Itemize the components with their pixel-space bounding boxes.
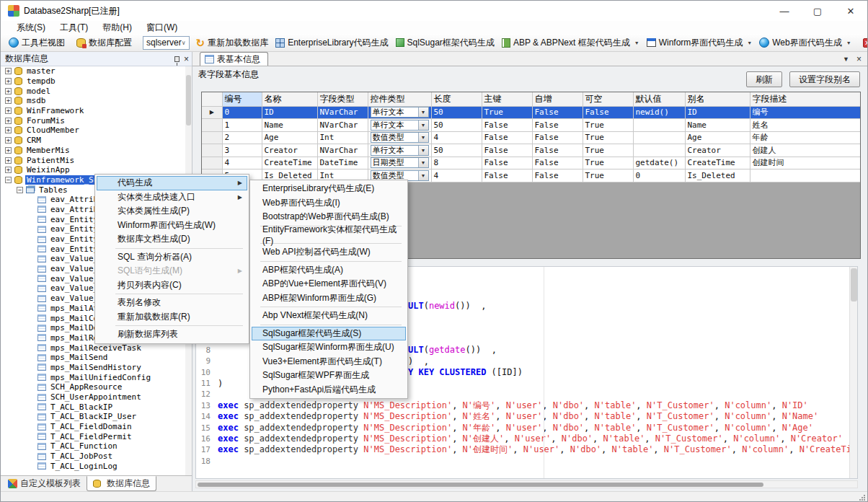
expand-toggle-icon[interactable]: + — [5, 147, 12, 154]
column-header-3[interactable]: 控件类型 — [368, 92, 431, 106]
submenu-item-10[interactable]: ABP框架Winform界面生成(G) — [252, 291, 406, 306]
grid-cell[interactable]: False — [583, 106, 633, 119]
toolbar-abp-button[interactable]: ABP & ABPNext 框架代码生成 ▼ — [498, 35, 643, 50]
tree-table-15[interactable]: mps_MailReceiveTask — [1, 343, 192, 353]
tree-table-19[interactable]: SCH_AppResource — [1, 382, 192, 392]
control-type-combo[interactable]: 单行文本▼ — [371, 120, 429, 131]
grid-cell[interactable]: False — [532, 169, 583, 182]
context-menu-item-0[interactable]: 代码生成▶ — [97, 176, 247, 190]
grid-cell[interactable]: CreateTime — [685, 157, 750, 169]
tree-db-tempdb[interactable]: +tempdb — [1, 76, 192, 87]
context-menu-item-1[interactable]: 实体类生成快速入口▶ — [97, 190, 247, 205]
grid-cell[interactable]: 单行文本▼ — [368, 144, 431, 157]
grid-cell[interactable]: 50 — [431, 106, 482, 119]
expand-toggle-icon[interactable]: − — [17, 187, 23, 193]
grid-cell[interactable] — [633, 131, 685, 144]
menubar-item-3[interactable]: 窗口(W) — [139, 22, 185, 34]
grid-cell[interactable]: CreateTime — [262, 157, 317, 169]
context-menu-item-11[interactable]: 重新加载数据库(R) — [97, 310, 247, 325]
grid-cell[interactable]: 0 — [633, 169, 685, 182]
grid-cell[interactable]: ID — [262, 106, 317, 119]
context-menu-item-10[interactable]: 表别名修改 — [97, 296, 247, 310]
grid-cell[interactable]: Age — [262, 131, 317, 144]
table-row[interactable]: 4CreateTimeDateTime日期类型▼8FalseFalseTrueg… — [202, 157, 861, 169]
grid-cell[interactable]: 50 — [431, 119, 482, 132]
grid-cell[interactable]: NVarChar — [317, 144, 368, 157]
tree-table-26[interactable]: T_ACL_JobPost — [1, 452, 192, 462]
tree-db-msdb[interactable]: +msdb — [1, 96, 192, 106]
chevron-down-icon[interactable]: ▼ — [418, 146, 428, 155]
column-header-9[interactable]: 别名 — [685, 92, 750, 106]
grid-cell[interactable]: False — [532, 119, 583, 132]
submenu-item-12[interactable]: Abp VNext框架代码生成(N) — [252, 309, 406, 323]
pin-icon[interactable] — [174, 56, 180, 62]
grid-cell[interactable]: NVarChar — [317, 119, 368, 132]
panel-tab-0[interactable]: 自定义模板列表 — [2, 476, 87, 491]
submenu-item-16[interactable]: Vue3+Element界面代码生成(T) — [252, 355, 406, 369]
set-field-alias-button[interactable]: 设置字段别名 — [789, 71, 860, 87]
grid-cell[interactable]: 2 — [222, 131, 262, 144]
expand-toggle-icon[interactable]: + — [5, 118, 12, 124]
grid-cell[interactable]: False — [482, 144, 532, 157]
grid-cell[interactable]: False — [482, 131, 532, 144]
grid-cell[interactable]: False — [532, 157, 583, 169]
row-selector-stub[interactable]: ▶ — [202, 106, 222, 119]
close-icon[interactable]: × — [184, 56, 189, 63]
grid-cell[interactable]: NVarChar — [317, 106, 368, 119]
tree-db-MemberMis[interactable]: +MemberMis — [1, 146, 192, 156]
grid-cell[interactable]: 单行文本▼ — [368, 119, 431, 132]
menubar-item-2[interactable]: 帮助(H) — [95, 22, 139, 34]
grid-cell[interactable]: 数值类型▼ — [368, 131, 431, 144]
tree-table-22[interactable]: T_ACL_BlackIP_User — [1, 412, 192, 422]
tree-table-20[interactable]: SCH_UserAppointment — [1, 392, 192, 402]
context-menu-item-4[interactable]: 数据库文档生成(D) — [97, 232, 247, 247]
panel-tab-1[interactable]: 数据库信息 — [87, 476, 156, 491]
expand-toggle-icon[interactable]: + — [5, 78, 12, 84]
database-type-select[interactable]: sqlserver ∨ — [143, 36, 190, 50]
toolbar-web-button[interactable]: Web界面代码生成 ▼ — [756, 35, 854, 50]
toolbar-exit-button[interactable]: ✕ 退出 — [859, 35, 868, 50]
grid-cell[interactable]: 创建时间 — [750, 157, 861, 169]
grid-cell[interactable]: 0 — [222, 106, 262, 119]
column-header-4[interactable]: 长度 — [431, 92, 482, 106]
expand-toggle-icon[interactable]: + — [5, 97, 12, 104]
column-header-7[interactable]: 可空 — [583, 92, 633, 106]
close-button[interactable]: ✕ — [834, 1, 867, 21]
grid-cell[interactable]: Int — [317, 131, 368, 144]
tree-db-CRM[interactable]: +CRM — [1, 136, 192, 146]
expand-toggle-icon[interactable]: + — [5, 68, 12, 74]
submenu-item-0[interactable]: EnterpriseLibrary代码生成(E) — [252, 182, 406, 196]
tree-table-23[interactable]: T_ACL_FieldDomain — [1, 422, 192, 432]
tree-db-WinFramework[interactable]: +WinFramework — [1, 106, 192, 116]
submenu-item-14[interactable]: SqlSugar框架代码生成(S) — [252, 327, 406, 341]
context-menu-item-8[interactable]: 拷贝列表内容(C) — [97, 278, 247, 293]
grid-cell[interactable]: 1 — [222, 119, 262, 132]
grid-cell[interactable]: 4 — [431, 169, 482, 182]
context-menu-item-13[interactable]: 刷新数据库列表 — [97, 327, 247, 342]
grid-cell[interactable]: 3 — [222, 144, 262, 157]
toolbar-dbconfig-button[interactable]: 数据库配置 — [73, 35, 136, 50]
tree-db-CloudMember[interactable]: +CloudMember — [1, 126, 192, 136]
grid-cell[interactable]: Name — [685, 119, 750, 132]
chevron-down-icon[interactable]: ▼ — [418, 107, 428, 117]
table-row[interactable]: 2AgeInt数值类型▼4FalseFalseTrueAge年龄 — [202, 131, 861, 144]
refresh-button[interactable]: 刷新 — [746, 71, 782, 87]
expand-toggle-icon[interactable]: + — [5, 127, 12, 133]
grid-cell[interactable]: True — [482, 106, 532, 119]
row-selector-stub[interactable] — [202, 131, 222, 144]
grid-cell[interactable]: Name — [262, 119, 317, 132]
tab-table-info[interactable]: 表基本信息 — [200, 52, 268, 66]
grid-cell[interactable]: getdate() — [633, 157, 685, 169]
expand-toggle-icon[interactable]: + — [5, 107, 12, 114]
resize-grip[interactable] — [859, 494, 865, 501]
expand-toggle-icon[interactable]: + — [5, 137, 12, 144]
column-header-5[interactable]: 主键 — [482, 92, 532, 106]
tab-list-dropdown-icon[interactable]: ▼ — [843, 56, 849, 63]
grid-cell[interactable]: False — [532, 131, 583, 144]
submenu-item-6[interactable]: Web API控制器代码生成(W) — [252, 245, 406, 260]
maximize-button[interactable]: ▢ — [801, 1, 834, 21]
tree-table-16[interactable]: mps_MailSend — [1, 353, 192, 363]
column-header-2[interactable]: 字段类型 — [317, 92, 368, 106]
tree-table-18[interactable]: mps_MailUnifiedConfig — [1, 372, 192, 382]
toolbar-view-button[interactable]: 工具栏视图 — [5, 35, 68, 50]
